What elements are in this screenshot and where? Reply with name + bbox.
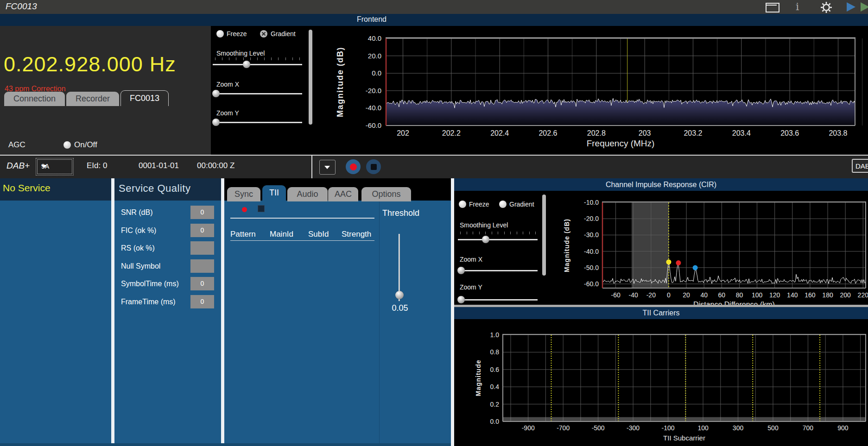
tab-audio[interactable]: Audio bbox=[287, 187, 328, 201]
splitter-handle[interactable] bbox=[221, 178, 224, 446]
agc-radio[interactable] bbox=[63, 141, 71, 149]
play-secondary-icon[interactable] bbox=[861, 2, 868, 12]
service-list[interactable] bbox=[0, 201, 111, 446]
service-quality-value-box bbox=[190, 259, 214, 273]
tab-fc0013[interactable]: FC0013 bbox=[120, 90, 169, 106]
cir-zoomy-handle[interactable] bbox=[457, 296, 465, 303]
frequency-unit: Hz bbox=[150, 52, 176, 76]
tab-tii[interactable]: TII bbox=[262, 185, 286, 201]
tii-column-mainid[interactable]: MainId bbox=[270, 230, 293, 239]
svg-text:Magnitude (dB): Magnitude (dB) bbox=[563, 219, 570, 272]
play-icon[interactable] bbox=[847, 2, 855, 12]
svg-text:40: 40 bbox=[700, 291, 708, 299]
tab-options[interactable]: Options bbox=[361, 187, 411, 201]
agc-option-label: On/Off bbox=[74, 140, 97, 150]
cir-expander-header[interactable]: Channel Impulse Response (CIR) bbox=[454, 178, 868, 191]
svg-text:203.6: 203.6 bbox=[780, 129, 799, 137]
cir-smoothing-track[interactable] bbox=[458, 239, 538, 240]
service-quality-value-box: 0 bbox=[190, 277, 214, 290]
svg-text:-50.0: -50.0 bbox=[584, 264, 599, 271]
svg-text:0.8: 0.8 bbox=[490, 348, 500, 356]
threshold-divider bbox=[379, 201, 380, 446]
tii-column-pattern[interactable]: Pattern bbox=[230, 230, 256, 239]
tii-record-icon[interactable] bbox=[242, 207, 247, 212]
svg-text:202.6: 202.6 bbox=[539, 129, 557, 137]
service-list-title: No Service bbox=[3, 182, 51, 194]
frontend-smoothing-handle[interactable] bbox=[243, 61, 250, 68]
svg-text:202.2: 202.2 bbox=[442, 129, 461, 137]
frontend-gradient-checkbox[interactable] bbox=[260, 30, 267, 38]
svg-text:-60: -60 bbox=[611, 291, 620, 299]
frontend-smoothing-track[interactable] bbox=[213, 64, 302, 65]
svg-text:Distance Difference (km): Distance Difference (km) bbox=[693, 301, 775, 305]
tii-stop-icon[interactable] bbox=[258, 205, 265, 212]
cir-gradient-radio[interactable] bbox=[499, 201, 507, 208]
svg-text:500: 500 bbox=[767, 424, 779, 432]
dab-mode-label: DAB+ bbox=[6, 161, 30, 171]
tii-column-subid[interactable]: SubId bbox=[308, 230, 329, 239]
frontend-zoomx-track[interactable] bbox=[213, 93, 302, 94]
tii-carriers-header[interactable]: TII Carriers bbox=[454, 307, 868, 319]
splitter-handle[interactable] bbox=[111, 178, 114, 446]
dab-mode-button[interactable]: DAB bbox=[852, 159, 868, 173]
stop-button[interactable] bbox=[366, 159, 381, 174]
settings-icon[interactable] bbox=[820, 1, 832, 13]
svg-text:203.2: 203.2 bbox=[684, 129, 702, 137]
cir-zoomy-track[interactable] bbox=[458, 299, 538, 301]
svg-text:-20: -20 bbox=[646, 291, 656, 299]
cir-smoothing-handle[interactable] bbox=[482, 236, 489, 243]
window-icon[interactable] bbox=[766, 3, 779, 13]
tii-carriers-title: TII Carriers bbox=[643, 309, 680, 317]
cir-freeze-radio[interactable] bbox=[459, 201, 466, 208]
svg-text:220: 220 bbox=[858, 291, 868, 299]
svg-text:140: 140 bbox=[787, 291, 798, 299]
cir-controls-scrollbar[interactable] bbox=[542, 195, 546, 276]
threshold-slider-handle[interactable] bbox=[395, 291, 404, 299]
service-quality-header: Service Quality bbox=[114, 178, 221, 201]
svg-text:203.8: 203.8 bbox=[829, 129, 847, 137]
cir-zoomx-label: Zoom X bbox=[460, 256, 482, 263]
svg-text:40.0: 40.0 bbox=[368, 34, 381, 42]
service-quality-value-box: 0 bbox=[190, 295, 214, 308]
time-label: 00:00:00 Z bbox=[197, 161, 234, 170]
frontend-controls-scrollbar[interactable] bbox=[309, 30, 312, 125]
panel-bottom-edge bbox=[0, 443, 451, 446]
signal-tab-panel bbox=[224, 201, 451, 446]
threshold-value: 0.05 bbox=[387, 303, 413, 313]
cir-zoomx-track[interactable] bbox=[458, 270, 538, 271]
channel-select[interactable]: 9A bbox=[37, 159, 72, 174]
tab-connection[interactable]: Connection bbox=[4, 92, 65, 106]
svg-text:-900: -900 bbox=[522, 424, 535, 432]
cir-smoothing-ticks bbox=[460, 232, 536, 234]
tii-column-strength[interactable]: Strength bbox=[342, 230, 371, 239]
svg-text:-300: -300 bbox=[627, 424, 640, 432]
frontend-smoothing-label: Smoothing Level bbox=[216, 50, 265, 57]
record-button[interactable] bbox=[346, 159, 361, 174]
tab-recorder[interactable]: Recorder bbox=[66, 92, 119, 106]
svg-text:160: 160 bbox=[805, 291, 816, 299]
info-icon[interactable]: i bbox=[796, 0, 799, 13]
service-quality-value-box bbox=[190, 241, 214, 255]
service-quality-row-label: Null Symbol bbox=[121, 259, 160, 273]
splitter-handle[interactable] bbox=[451, 178, 454, 446]
tab-sync[interactable]: Sync bbox=[227, 187, 260, 201]
frontend-zoomx-handle[interactable] bbox=[212, 90, 220, 97]
agc-label: AGC bbox=[8, 140, 25, 150]
tii-separator bbox=[230, 218, 374, 219]
cir-zoomx-handle[interactable] bbox=[457, 267, 465, 274]
frontend-chart-controls: Freeze Gradient Smoothing Level Zoom X Z… bbox=[211, 26, 320, 156]
frontend-freeze-radio[interactable] bbox=[216, 30, 224, 38]
frontend-zoomy-track[interactable] bbox=[213, 122, 302, 123]
svg-text:-700: -700 bbox=[557, 424, 570, 432]
frontend-expander-header[interactable]: Frontend bbox=[0, 14, 868, 26]
svg-text:Magnitude: Magnitude bbox=[475, 360, 482, 396]
tab-aac[interactable]: AAC bbox=[328, 187, 358, 201]
svg-text:1.0: 1.0 bbox=[490, 331, 500, 339]
record-options-dropdown[interactable] bbox=[319, 160, 336, 175]
date-label: 0001-01-01 bbox=[139, 161, 179, 170]
svg-text:-500: -500 bbox=[592, 424, 605, 432]
service-quality-row-label: SNR (dB) bbox=[121, 206, 152, 219]
svg-text:100: 100 bbox=[752, 291, 763, 299]
frontend-zoomy-handle[interactable] bbox=[212, 119, 220, 126]
frequency-display: 0.202.928.000Hz bbox=[4, 52, 176, 76]
